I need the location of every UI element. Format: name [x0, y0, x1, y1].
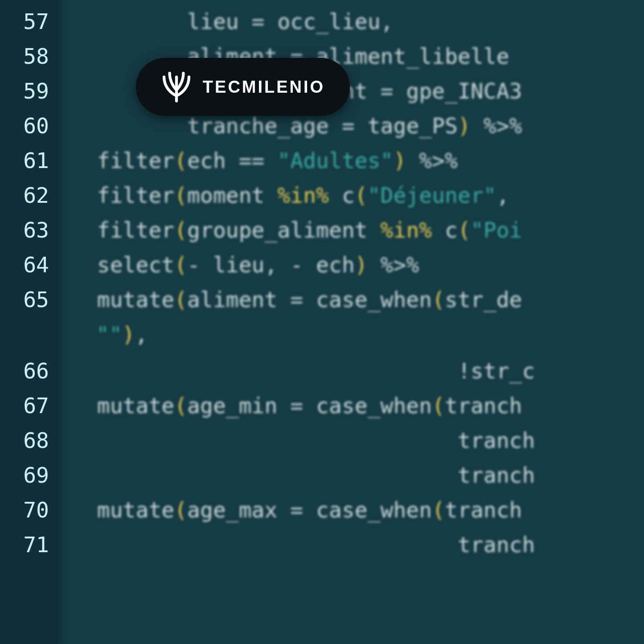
tecmilenio-badge-text: TECMILENIO: [203, 78, 325, 97]
line-number: 68: [0, 430, 49, 451]
code-line-69: tranch: [71, 464, 535, 486]
code-line-68: tranch: [71, 430, 535, 451]
code-line-60: tranche_age = tage_PS) %>%: [71, 115, 522, 136]
code-line-67: mutate(age_min = case_when(tranch: [71, 395, 522, 416]
line-number: 59: [0, 80, 49, 102]
code-line-57: lieu = occ_lieu,: [71, 11, 393, 32]
line-number: 71: [0, 534, 49, 555]
line-number-gutter: 57 58 59 60 61 62 63 64 65 66 67 68 69 7…: [0, 0, 58, 644]
line-number: 57: [0, 11, 49, 32]
tecmilenio-badge: TECMILENIO: [136, 58, 350, 116]
code-line-63: filter(groupe_aliment %in% c("Poi: [71, 219, 522, 241]
line-number: 62: [0, 185, 49, 206]
code-line-64: select(- lieu, - ech) %>%: [71, 254, 419, 275]
code-line-66: !str_c: [71, 360, 535, 381]
line-number: 60: [0, 115, 49, 136]
line-number: 65: [0, 289, 49, 310]
line-number: 61: [0, 150, 49, 171]
code-line-61: filter(ech == "Adultes") %>%: [71, 150, 458, 171]
code-line-65: mutate(aliment = case_when(str_de: [71, 289, 522, 310]
code-line-71: tranch: [71, 534, 535, 555]
line-number: 63: [0, 219, 49, 241]
line-number: 66: [0, 360, 49, 381]
code-line-65b: ""),: [96, 324, 148, 345]
line-number: 67: [0, 395, 49, 416]
code-editor: 57 58 59 60 61 62 63 64 65 66 67 68 69 7…: [0, 0, 644, 644]
line-number: 64: [0, 254, 49, 275]
tecmilenio-logo-icon: [161, 71, 192, 103]
code-line-70: mutate(age_max = case_when(tranch: [71, 499, 522, 521]
line-number: 58: [0, 45, 49, 67]
line-number: 69: [0, 464, 49, 486]
code-line-62: filter(moment %in% c("Déjeuner",: [71, 185, 509, 206]
line-number: 70: [0, 499, 49, 521]
